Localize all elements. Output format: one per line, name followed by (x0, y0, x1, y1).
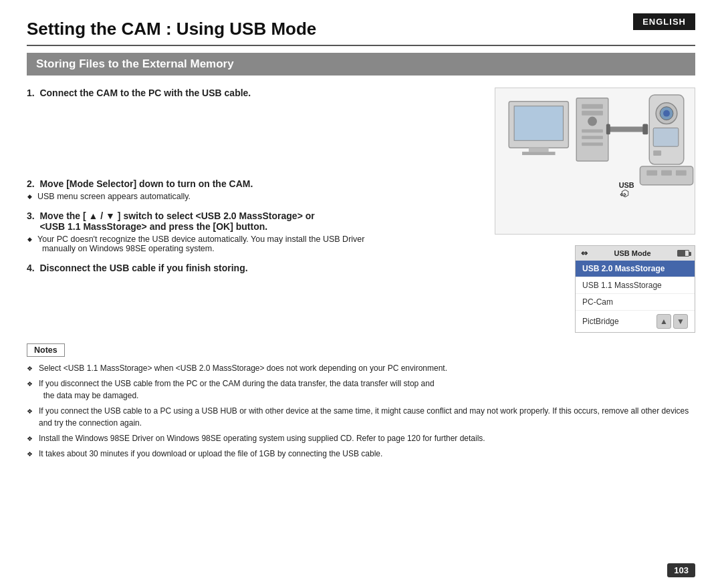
svg-rect-3 (522, 152, 556, 155)
notes-label: Notes (27, 343, 65, 357)
step-2: 2. Move [Mode Selector] down to turn on … (27, 178, 461, 201)
usb-mode-panel: ⇔ USB Mode USB 2.0 MassStorage USB 1.1 M… (575, 245, 695, 333)
main-content: 1. Connect the CAM to the PC with the US… (27, 88, 695, 333)
svg-rect-21 (646, 170, 657, 176)
svg-point-7 (588, 117, 597, 126)
svg-rect-8 (582, 129, 603, 132)
svg-rect-13 (642, 124, 648, 135)
left-column: 1. Connect the CAM to the PC with the US… (27, 88, 468, 333)
usb-mode-icon: ⇔ (581, 249, 588, 258)
step-1: 1. Connect the CAM to the PC with the US… (27, 88, 461, 98)
svg-rect-1 (514, 106, 563, 141)
step-3-bullet-1: Your PC doesn't recognize the USB device… (37, 235, 461, 253)
usb-mode-item-2[interactable]: PC-Cam (576, 294, 695, 311)
step-3-title: 3. Move the [ ▲ / ▼ ] switch to select <… (27, 210, 461, 232)
note-item-4: It takes about 30 minutes if you downloa… (27, 448, 695, 460)
battery-icon (677, 250, 689, 257)
right-column: USB ⬡ ⇔ ⇔ USB Mode USB 2.0 MassStorage U… (481, 88, 695, 333)
svg-rect-22 (661, 170, 672, 176)
svg-rect-23 (676, 170, 687, 176)
step-2-bullet-1: USB menu screen appears automatically. (37, 192, 461, 201)
step-3: 3. Move the [ ▲ / ▼ ] switch to select <… (27, 210, 461, 253)
svg-rect-12 (606, 124, 610, 135)
note-item-3: Install the Windows 98SE Driver on Windo… (27, 432, 695, 444)
note-item-1: If you disconnect the USB cable from the… (27, 378, 695, 402)
page-number: 103 (667, 563, 695, 577)
usb-mode-item-1[interactable]: USB 1.1 MassStorage (576, 277, 695, 294)
svg-rect-11 (608, 126, 645, 132)
notes-section: Notes Select <USB 1.1 MassStorage> when … (27, 343, 695, 460)
step-4-title: 4. Disconnect the USB cable if you finis… (27, 263, 461, 273)
svg-rect-5 (582, 104, 603, 109)
svg-rect-6 (582, 111, 603, 116)
page-title: Setting the CAM : Using USB Mode (27, 19, 695, 46)
usb-mode-item-0[interactable]: USB 2.0 MassStorage (576, 261, 695, 277)
scroll-down-arrow[interactable]: ▼ (673, 314, 688, 329)
scroll-up-arrow[interactable]: ▲ (656, 314, 671, 329)
svg-point-17 (663, 110, 670, 117)
usb-mode-item-3[interactable]: PictBridge ▲ ▼ (576, 311, 695, 332)
note-item-2: If you connect the USB cable to a PC usi… (27, 405, 695, 429)
usb-mode-arrows: ▲ ▼ (656, 314, 688, 329)
step-1-title: 1. Connect the CAM to the PC with the US… (27, 88, 461, 98)
svg-text:⇔: ⇔ (620, 190, 626, 199)
usb-mode-header: ⇔ USB Mode (576, 246, 695, 261)
svg-rect-19 (653, 150, 661, 156)
step-4: 4. Disconnect the USB cable if you finis… (27, 263, 461, 273)
svg-rect-9 (582, 136, 603, 139)
svg-rect-18 (653, 128, 679, 146)
page-container: ENGLISH Setting the CAM : Using USB Mode… (0, 0, 722, 588)
note-item-0: Select <USB 1.1 MassStorage> when <USB 2… (27, 362, 695, 374)
usb-mode-header-label: USB Mode (614, 249, 651, 257)
svg-rect-10 (582, 142, 603, 146)
language-badge: ENGLISH (633, 13, 695, 30)
svg-rect-2 (529, 148, 549, 152)
section-header: Storing Files to the External Memory (27, 53, 695, 76)
usb-diagram: USB ⬡ ⇔ (495, 88, 695, 235)
step-2-title: 2. Move [Mode Selector] down to turn on … (27, 178, 461, 189)
